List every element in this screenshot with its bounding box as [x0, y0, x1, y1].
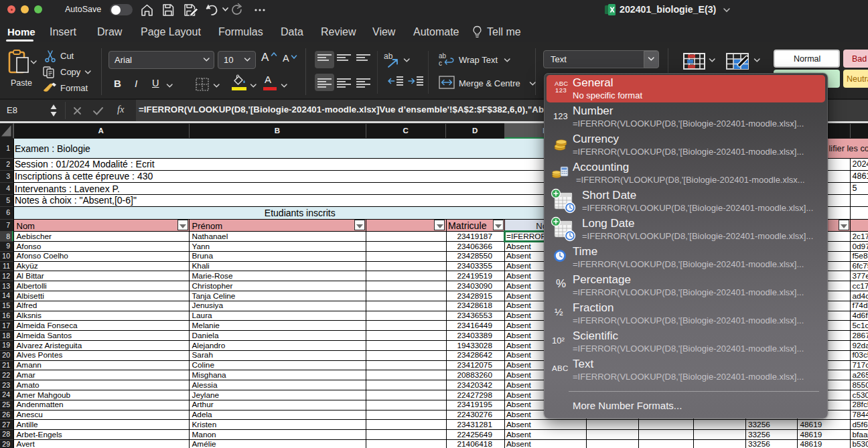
svg-text:c: c	[439, 60, 442, 67]
svg-text:ab: ab	[439, 52, 447, 60]
